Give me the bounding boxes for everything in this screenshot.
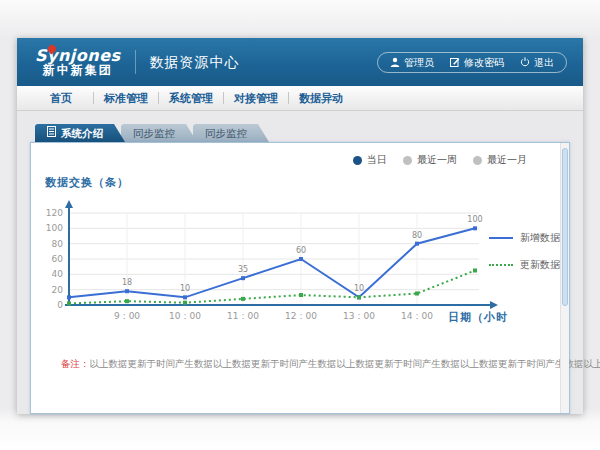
footnote-text: 以上数据更新于时间产生数据以上数据更新于时间产生数据以上数据更新于时间产生数据以… [90,358,600,369]
svg-text:40: 40 [52,269,64,279]
legend-line-dotted-icon [489,264,513,266]
page-title: 数据资源中心 [135,50,240,74]
power-icon [520,57,530,69]
svg-text:11：00: 11：00 [227,311,259,321]
radio-icon [403,156,412,165]
scrollbar-thumb[interactable] [562,148,568,306]
scrollbar-track[interactable] [560,143,569,413]
line-chart: 0204060801001209：0010：0011：0012：0013：001… [39,193,509,333]
header: Synjones 新中新集团 数据资源中心 管理员 修改密码 [17,38,583,86]
tab-system-intro[interactable]: 系统介绍 [35,124,125,142]
svg-text:60: 60 [296,246,306,255]
document-icon [47,124,56,142]
radio-selected-icon [353,156,362,165]
tab-sync-monitor-2[interactable]: 同步监控 [193,124,269,142]
range-label: 最近一月 [487,153,527,167]
user-label: 管理员 [404,56,434,70]
footnote-prefix: 备注： [61,358,90,369]
chart-panel: 当日 最近一周 最近一月 数据交换（条） 0204060801001209：00… [30,142,570,414]
legend-line-solid-icon [489,237,513,239]
svg-text:20: 20 [52,285,64,295]
legend-item-update-data: 更新数据 [489,258,560,272]
svg-text:60: 60 [52,254,64,264]
logout-label: 退出 [534,56,554,70]
svg-text:日期（小时）: 日期（小时） [448,311,509,324]
y-axis-title: 数据交换（条） [45,175,129,190]
svg-text:12：00: 12：00 [285,311,317,321]
footnote: 备注：以上数据更新于时间产生数据以上数据更新于时间产生数据以上数据更新于时间产生… [61,358,600,371]
current-user-button[interactable]: 管理员 [390,56,434,70]
user-icon [390,57,400,69]
svg-text:100: 100 [46,223,63,233]
svg-text:0: 0 [57,300,63,310]
tab-label: 同步监控 [133,127,175,139]
app-window: Synjones 新中新集团 数据资源中心 管理员 修改密码 [17,38,583,414]
legend-label: 更新数据 [520,258,560,272]
tab-sync-monitor-1[interactable]: 同步监控 [121,124,197,142]
edit-icon [450,57,460,69]
content-area: 系统介绍 同步监控 同步监控 当日 最近一周 [17,111,583,414]
time-range-selector: 当日 最近一周 最近一月 [353,153,527,167]
range-option-last-week[interactable]: 最近一周 [403,153,457,167]
svg-text:80: 80 [412,231,422,240]
tab-label: 系统介绍 [61,124,103,142]
main-nav: 首页 标准管理 系统管理 对接管理 数据异动 [17,86,583,111]
range-option-last-month[interactable]: 最近一月 [473,153,527,167]
nav-item-integration-mgmt[interactable]: 对接管理 [224,91,288,106]
svg-text:100: 100 [467,215,482,224]
svg-text:10: 10 [354,284,364,293]
svg-text:13：00: 13：00 [343,311,375,321]
range-label: 当日 [367,153,387,167]
svg-text:9：00: 9：00 [114,311,140,321]
nav-item-system-mgmt[interactable]: 系统管理 [159,91,223,106]
change-password-label: 修改密码 [464,56,504,70]
nav-item-home[interactable]: 首页 [29,91,93,106]
change-password-button[interactable]: 修改密码 [450,56,504,70]
svg-text:35: 35 [238,265,248,274]
logout-button[interactable]: 退出 [520,56,554,70]
nav-item-data-change[interactable]: 数据异动 [289,91,353,106]
logo-subtext: 新中新集团 [35,64,121,77]
range-label: 最近一周 [417,153,457,167]
nav-item-standard-mgmt[interactable]: 标准管理 [94,91,158,106]
svg-text:120: 120 [46,208,63,218]
svg-text:80: 80 [52,239,64,249]
svg-text:14：00: 14：00 [401,311,433,321]
range-option-today[interactable]: 当日 [353,153,387,167]
tab-bar: 系统介绍 同步监控 同步监控 [35,124,570,142]
tab-label: 同步监控 [205,127,247,139]
svg-text:10: 10 [180,284,190,293]
svg-text:18: 18 [122,278,132,287]
svg-text:10：00: 10：00 [169,311,201,321]
legend-label: 新增数据 [520,231,560,245]
user-toolbar: 管理员 修改密码 退出 [377,52,567,73]
legend-item-new-data: 新增数据 [489,231,560,245]
chart-legend: 新增数据 更新数据 [489,231,560,272]
radio-icon [473,156,482,165]
logo: Synjones 新中新集团 [35,47,121,78]
